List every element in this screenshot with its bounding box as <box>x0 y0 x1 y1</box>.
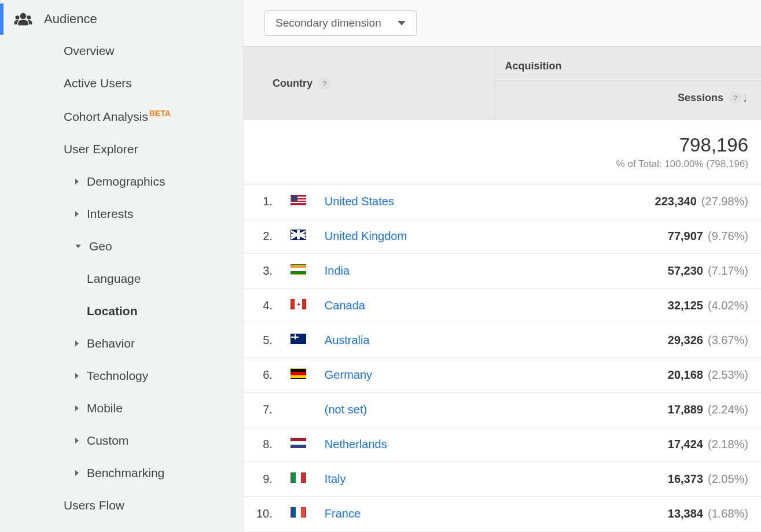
sidebar-item-user-explorer[interactable]: User Explorer <box>0 133 243 165</box>
table-row: 4.Canada32,125(4.02%) <box>244 289 761 323</box>
sidebar-item-interests[interactable]: Interests <box>0 198 243 230</box>
secondary-dimension-dropdown[interactable]: Secondary dimension <box>264 10 417 36</box>
secondary-dimension-label: Secondary dimension <box>275 17 381 29</box>
sidebar-item-geo[interactable]: Geo <box>0 230 243 263</box>
flag-icon-none <box>291 403 306 413</box>
row-index: 8. <box>244 427 285 462</box>
svg-point-2 <box>27 16 31 20</box>
sessions-percent: (2.24%) <box>708 403 748 416</box>
sidebar-item-language[interactable]: Language <box>0 263 243 295</box>
flag-cell <box>285 427 312 462</box>
table-row: 9.Italy16,373(2.05%) <box>244 462 761 497</box>
country-link[interactable]: France <box>325 507 361 520</box>
summary-row: 798,196 % of Total: 100.00% (798,196) <box>244 120 761 184</box>
sessions-percent: (1.68%) <box>708 507 748 520</box>
row-index: 10. <box>244 497 285 531</box>
sidebar-section-audience[interactable]: Audience <box>0 3 243 35</box>
table-row: 8.Netherlands17,424(2.18%) <box>244 427 761 462</box>
country-link[interactable]: Australia <box>325 334 370 346</box>
sessions-value: 32,125 <box>668 299 703 312</box>
sidebar-item-overview[interactable]: Overview <box>0 35 243 67</box>
beta-badge: BETA <box>149 109 171 118</box>
country-link[interactable]: Canada <box>325 299 365 312</box>
sidebar-item-label: Cohort Analysis <box>64 110 148 123</box>
country-link[interactable]: United States <box>325 195 394 208</box>
sidebar-item-active-users[interactable]: Active Users <box>0 67 243 99</box>
sessions-percent: (2.53%) <box>708 368 748 381</box>
table-body: 798,196 % of Total: 100.00% (798,196) 1.… <box>244 120 761 531</box>
sessions-value: 16,373 <box>668 472 703 485</box>
sidebar: Audience OverviewActive UsersCohort Anal… <box>0 0 243 532</box>
table-row: 7.(not set)17,889(2.24%) <box>244 393 761 427</box>
help-icon[interactable]: ? <box>318 77 331 90</box>
sessions-cell: 17,424(2.18%) <box>494 427 761 462</box>
caret-right-icon <box>75 470 79 476</box>
country-link[interactable]: Netherlands <box>325 438 387 450</box>
country-link[interactable]: United Kingdom <box>325 230 407 242</box>
sidebar-item-label: Interests <box>87 207 134 221</box>
sidebar-item-label: Active Users <box>64 76 132 90</box>
flag-cell <box>285 219 312 254</box>
sessions-cell: 29,326(3.67%) <box>494 323 761 358</box>
sidebar-item-cohort-analysis[interactable]: Cohort AnalysisBETA <box>0 99 243 133</box>
sidebar-section-label: Audience <box>44 12 97 27</box>
sessions-percent: (3.67%) <box>708 334 748 346</box>
sessions-cell: 57,230(7.17%) <box>494 254 761 289</box>
sessions-value: 29,326 <box>668 334 703 346</box>
sessions-value: 223,340 <box>655 195 697 208</box>
sessions-percent: (4.02%) <box>708 299 748 312</box>
sidebar-nav: OverviewActive UsersCohort AnalysisBETAU… <box>0 35 243 522</box>
sessions-percent: (7.17%) <box>708 264 748 277</box>
sidebar-item-mobile[interactable]: Mobile <box>0 392 243 424</box>
sessions-cell: 13,384(1.68%) <box>494 497 761 531</box>
locations-table: Country ? Acquisition Sessions ? <box>244 46 761 531</box>
row-index: 7. <box>244 393 285 427</box>
table-row: 3.India57,230(7.17%) <box>244 254 761 289</box>
flag-cell <box>285 497 312 531</box>
column-header-country[interactable]: Country ? <box>244 47 494 120</box>
caret-right-icon <box>75 179 79 184</box>
country-link[interactable]: (not set) <box>325 403 367 416</box>
sidebar-item-technology[interactable]: Technology <box>0 360 243 392</box>
sessions-value: 57,230 <box>668 264 703 277</box>
sessions-total-cell: 798,196 % of Total: 100.00% (798,196) <box>494 120 761 184</box>
sessions-percent: (2.05%) <box>708 472 748 485</box>
country-link[interactable]: India <box>325 264 350 277</box>
column-header-sessions[interactable]: Sessions ? ↓ <box>495 81 761 114</box>
sidebar-item-custom[interactable]: Custom <box>0 424 243 457</box>
caret-right-icon <box>75 438 79 444</box>
sidebar-item-demographics[interactable]: Demographics <box>0 165 243 198</box>
help-icon[interactable]: ? <box>729 91 742 104</box>
caret-right-icon <box>75 211 79 217</box>
table-row: 2.United Kingdom77,907(9.76%) <box>244 219 761 254</box>
country-link[interactable]: Italy <box>325 472 346 485</box>
sessions-cell: 32,125(4.02%) <box>494 289 761 323</box>
row-index: 4. <box>244 289 285 323</box>
sidebar-item-benchmarking[interactable]: Benchmarking <box>0 457 243 489</box>
country-link[interactable]: Germany <box>325 368 372 381</box>
flag-cell <box>285 254 312 289</box>
flag-icon-au <box>291 334 306 344</box>
sidebar-item-behavior[interactable]: Behavior <box>0 327 243 360</box>
flag-icon-ca <box>291 299 306 309</box>
sessions-cell: 17,889(2.24%) <box>494 393 761 427</box>
row-index: 2. <box>244 219 285 254</box>
caret-right-icon <box>75 341 79 346</box>
sessions-value: 17,889 <box>668 403 703 416</box>
flag-icon-nl <box>291 438 306 448</box>
sidebar-item-users-flow[interactable]: Users Flow <box>0 489 243 522</box>
chevron-down-icon <box>398 21 406 25</box>
svg-point-1 <box>16 16 20 20</box>
flag-cell <box>285 358 312 393</box>
sessions-cell: 20,168(2.53%) <box>494 358 761 393</box>
sessions-cell: 77,907(9.76%) <box>494 219 761 254</box>
sidebar-item-label: Demographics <box>87 175 165 189</box>
table-row: 6.Germany20,168(2.53%) <box>244 358 761 393</box>
sidebar-item-label: Location <box>87 304 138 317</box>
table-row: 1.United States223,340(27.98%) <box>244 184 761 219</box>
sidebar-item-label: Benchmarking <box>87 466 164 480</box>
flag-cell <box>285 289 312 323</box>
flag-icon-de <box>291 368 306 379</box>
sidebar-item-location[interactable]: Location <box>0 295 243 327</box>
column-group-acquisition: Acquisition <box>495 52 761 81</box>
